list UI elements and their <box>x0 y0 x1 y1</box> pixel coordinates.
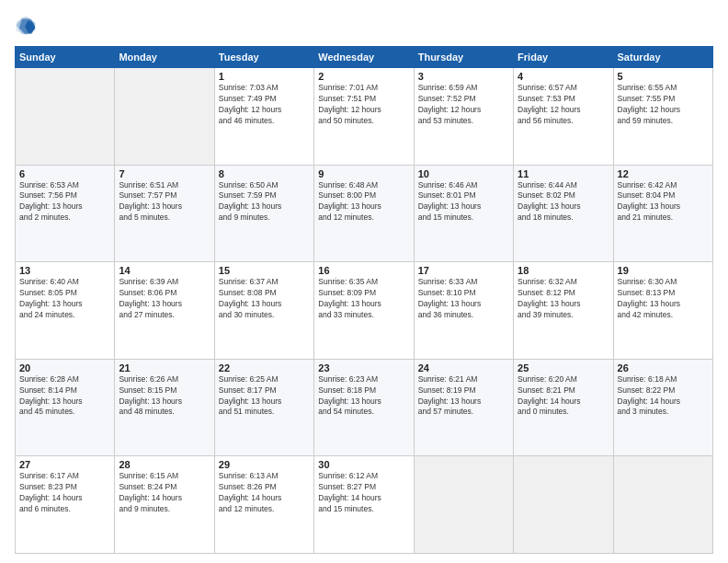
calendar-week-row: 1Sunrise: 7:03 AM Sunset: 7:49 PM Daylig… <box>16 68 713 166</box>
day-number: 7 <box>119 168 210 179</box>
day-number: 20 <box>19 362 110 373</box>
day-number: 22 <box>219 362 310 373</box>
calendar-cell: 22Sunrise: 6:25 AM Sunset: 8:17 PM Dayli… <box>214 359 313 456</box>
calendar-cell: 7Sunrise: 6:51 AM Sunset: 7:57 PM Daylig… <box>115 165 214 262</box>
calendar-cell: 23Sunrise: 6:23 AM Sunset: 8:18 PM Dayli… <box>314 359 414 456</box>
calendar-cell: 16Sunrise: 6:35 AM Sunset: 8:09 PM Dayli… <box>314 262 414 360</box>
calendar-cell: 18Sunrise: 6:32 AM Sunset: 8:12 PM Dayli… <box>514 262 613 360</box>
day-info: Sunrise: 6:35 AM Sunset: 8:09 PM Dayligh… <box>318 277 409 321</box>
calendar-cell: 19Sunrise: 6:30 AM Sunset: 8:13 PM Dayli… <box>613 262 712 360</box>
day-info: Sunrise: 6:25 AM Sunset: 8:17 PM Dayligh… <box>219 374 310 419</box>
weekday-header-row: SundayMondayTuesdayWednesdayThursdayFrid… <box>16 47 713 68</box>
calendar-cell: 3Sunrise: 6:59 AM Sunset: 7:52 PM Daylig… <box>414 68 513 166</box>
day-info: Sunrise: 6:42 AM Sunset: 8:04 PM Dayligh… <box>618 180 709 224</box>
day-info: Sunrise: 6:12 AM Sunset: 8:27 PM Dayligh… <box>318 471 409 515</box>
day-number: 14 <box>119 265 210 276</box>
calendar-cell: 11Sunrise: 6:44 AM Sunset: 8:02 PM Dayli… <box>514 165 613 262</box>
day-number: 17 <box>418 265 509 276</box>
day-info: Sunrise: 6:40 AM Sunset: 8:05 PM Dayligh… <box>19 277 110 321</box>
day-number: 16 <box>318 265 409 276</box>
day-number: 6 <box>19 168 110 179</box>
calendar-cell: 10Sunrise: 6:46 AM Sunset: 8:01 PM Dayli… <box>414 165 513 262</box>
calendar-week-row: 13Sunrise: 6:40 AM Sunset: 8:05 PM Dayli… <box>16 262 713 360</box>
logo-icon <box>15 15 37 37</box>
day-number: 2 <box>318 71 409 82</box>
page: SundayMondayTuesdayWednesdayThursdayFrid… <box>0 0 728 563</box>
calendar-week-row: 27Sunrise: 6:17 AM Sunset: 8:23 PM Dayli… <box>16 456 713 554</box>
day-info: Sunrise: 6:33 AM Sunset: 8:10 PM Dayligh… <box>418 277 509 321</box>
calendar-cell <box>514 456 613 554</box>
header <box>15 15 713 37</box>
weekday-header-tuesday: Tuesday <box>214 47 313 68</box>
weekday-header-saturday: Saturday <box>613 47 712 68</box>
calendar-cell <box>414 456 513 554</box>
day-info: Sunrise: 6:50 AM Sunset: 7:59 PM Dayligh… <box>219 180 310 224</box>
day-number: 28 <box>119 459 210 470</box>
day-info: Sunrise: 6:48 AM Sunset: 8:00 PM Dayligh… <box>318 180 409 224</box>
logo <box>15 15 40 37</box>
day-info: Sunrise: 6:37 AM Sunset: 8:08 PM Dayligh… <box>219 277 310 321</box>
calendar-cell: 9Sunrise: 6:48 AM Sunset: 8:00 PM Daylig… <box>314 165 414 262</box>
day-info: Sunrise: 6:17 AM Sunset: 8:23 PM Dayligh… <box>19 471 110 515</box>
calendar-cell: 17Sunrise: 6:33 AM Sunset: 8:10 PM Dayli… <box>414 262 513 360</box>
day-info: Sunrise: 6:32 AM Sunset: 8:12 PM Dayligh… <box>518 277 609 321</box>
day-number: 1 <box>219 71 310 82</box>
day-info: Sunrise: 6:18 AM Sunset: 8:22 PM Dayligh… <box>618 374 709 419</box>
weekday-header-sunday: Sunday <box>16 47 115 68</box>
day-number: 30 <box>318 459 409 470</box>
calendar-table: SundayMondayTuesdayWednesdayThursdayFrid… <box>15 46 713 554</box>
day-info: Sunrise: 6:46 AM Sunset: 8:01 PM Dayligh… <box>418 180 509 224</box>
day-number: 13 <box>19 265 110 276</box>
day-number: 12 <box>618 168 709 179</box>
calendar-cell: 30Sunrise: 6:12 AM Sunset: 8:27 PM Dayli… <box>314 456 414 554</box>
day-number: 29 <box>219 459 310 470</box>
day-info: Sunrise: 6:57 AM Sunset: 7:53 PM Dayligh… <box>518 83 609 127</box>
day-number: 9 <box>318 168 409 179</box>
day-info: Sunrise: 6:55 AM Sunset: 7:55 PM Dayligh… <box>618 83 709 127</box>
day-info: Sunrise: 6:39 AM Sunset: 8:06 PM Dayligh… <box>119 277 210 321</box>
day-info: Sunrise: 6:23 AM Sunset: 8:18 PM Dayligh… <box>318 374 409 419</box>
calendar-cell: 15Sunrise: 6:37 AM Sunset: 8:08 PM Dayli… <box>214 262 313 360</box>
day-number: 25 <box>518 362 609 373</box>
day-number: 21 <box>119 362 210 373</box>
calendar-cell: 27Sunrise: 6:17 AM Sunset: 8:23 PM Dayli… <box>16 456 115 554</box>
calendar-cell <box>16 68 115 166</box>
calendar-cell: 1Sunrise: 7:03 AM Sunset: 7:49 PM Daylig… <box>214 68 313 166</box>
calendar-cell: 8Sunrise: 6:50 AM Sunset: 7:59 PM Daylig… <box>214 165 313 262</box>
day-number: 19 <box>618 265 709 276</box>
day-info: Sunrise: 6:26 AM Sunset: 8:15 PM Dayligh… <box>119 374 210 419</box>
calendar-cell: 5Sunrise: 6:55 AM Sunset: 7:55 PM Daylig… <box>613 68 712 166</box>
day-number: 26 <box>618 362 709 373</box>
calendar-cell: 6Sunrise: 6:53 AM Sunset: 7:56 PM Daylig… <box>16 165 115 262</box>
calendar-week-row: 20Sunrise: 6:28 AM Sunset: 8:14 PM Dayli… <box>16 359 713 456</box>
calendar-cell: 13Sunrise: 6:40 AM Sunset: 8:05 PM Dayli… <box>16 262 115 360</box>
calendar-cell: 28Sunrise: 6:15 AM Sunset: 8:24 PM Dayli… <box>115 456 214 554</box>
day-number: 27 <box>19 459 110 470</box>
day-number: 23 <box>318 362 409 373</box>
day-info: Sunrise: 6:30 AM Sunset: 8:13 PM Dayligh… <box>618 277 709 321</box>
calendar-cell: 25Sunrise: 6:20 AM Sunset: 8:21 PM Dayli… <box>514 359 613 456</box>
day-info: Sunrise: 6:44 AM Sunset: 8:02 PM Dayligh… <box>518 180 609 224</box>
calendar-cell: 14Sunrise: 6:39 AM Sunset: 8:06 PM Dayli… <box>115 262 214 360</box>
day-info: Sunrise: 6:15 AM Sunset: 8:24 PM Dayligh… <box>119 471 210 515</box>
day-number: 5 <box>618 71 709 82</box>
calendar-week-row: 6Sunrise: 6:53 AM Sunset: 7:56 PM Daylig… <box>16 165 713 262</box>
day-number: 8 <box>219 168 310 179</box>
day-info: Sunrise: 7:03 AM Sunset: 7:49 PM Dayligh… <box>219 83 310 127</box>
calendar-cell: 21Sunrise: 6:26 AM Sunset: 8:15 PM Dayli… <box>115 359 214 456</box>
calendar-cell: 12Sunrise: 6:42 AM Sunset: 8:04 PM Dayli… <box>613 165 712 262</box>
calendar-cell <box>613 456 712 554</box>
day-info: Sunrise: 6:21 AM Sunset: 8:19 PM Dayligh… <box>418 374 509 419</box>
day-number: 3 <box>418 71 509 82</box>
weekday-header-wednesday: Wednesday <box>314 47 414 68</box>
day-info: Sunrise: 6:53 AM Sunset: 7:56 PM Dayligh… <box>19 180 110 224</box>
calendar-cell: 20Sunrise: 6:28 AM Sunset: 8:14 PM Dayli… <box>16 359 115 456</box>
calendar-cell: 26Sunrise: 6:18 AM Sunset: 8:22 PM Dayli… <box>613 359 712 456</box>
weekday-header-monday: Monday <box>115 47 214 68</box>
calendar-cell: 29Sunrise: 6:13 AM Sunset: 8:26 PM Dayli… <box>214 456 313 554</box>
calendar-cell: 4Sunrise: 6:57 AM Sunset: 7:53 PM Daylig… <box>514 68 613 166</box>
day-info: Sunrise: 7:01 AM Sunset: 7:51 PM Dayligh… <box>318 83 409 127</box>
day-info: Sunrise: 6:59 AM Sunset: 7:52 PM Dayligh… <box>418 83 509 127</box>
day-number: 11 <box>518 168 609 179</box>
day-number: 24 <box>418 362 509 373</box>
